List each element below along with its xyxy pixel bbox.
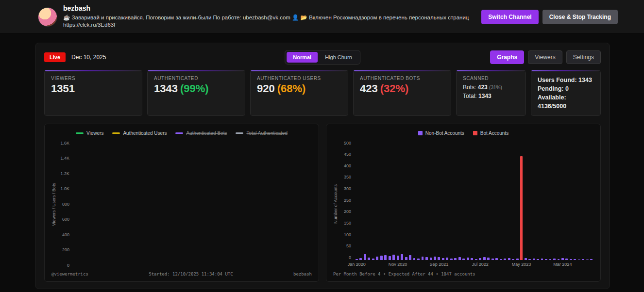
y-axis-tick-label: 600 [57,217,69,222]
y-axis-tick-label: 50 [339,243,351,248]
channel-link[interactable]: https://clck.ru/3Ed63F [63,21,475,29]
non-bot-accounts-bar [384,255,387,260]
bar-slot [388,141,391,260]
legend-item-authenticated-bots[interactable]: Authenticated Bots [175,130,227,136]
bar-slot [462,141,466,260]
tab-viewers[interactable]: Viewers [528,50,562,64]
stat-card-scanned: SCANNED Bots: 423 (31%) Total: 1343 [456,70,526,116]
legend-item-non-bot-accounts[interactable]: Non-Bot Accounts [418,130,464,136]
bar-slot [499,141,503,260]
stat-value: 423(32%) [360,83,444,95]
plot-wrap [73,141,312,268]
bar-slot [577,141,581,260]
y-axis-tick-label: 150 [339,221,351,226]
y-axis-tick-label: 1.4K [57,156,69,161]
plot-wrap: Jan 2020Nov 2020Sep 2021Jul 2022May 2023… [355,141,593,268]
users-found-value: 1343 [578,77,592,83]
x-axis-tick-label: Jan 2020 [348,262,366,267]
non-bot-accounts-bar [389,256,391,260]
y-axis-tick-label: 0 [57,263,69,268]
stat-card-viewers: VIEWERS 1351 [44,70,142,116]
footer-watermark: @viewermetrics [51,272,88,276]
bar-slot [441,141,445,260]
accounts-plot-area [355,141,593,260]
non-bot-accounts-bar [376,257,378,260]
legend-item-authenticated-users[interactable]: Authenticated Users [112,130,167,136]
bar-slot [544,141,548,260]
pending-value: 0 [565,85,569,92]
stat-number: 920 [257,82,275,95]
y-axis-tick-label: 100 [339,232,351,237]
view-tabs: Graphs Viewers Settings [490,50,601,64]
stat-card-authenticated-bots: AUTHENTICATED BOTS 423(32%) [353,70,451,116]
bar-series [355,141,593,260]
non-bot-accounts-bar [401,254,403,260]
y-axis-ticks: 500450400350300250200150100500 [339,141,355,268]
bar-slot [358,141,362,260]
stat-label: VIEWERS [51,76,136,81]
bar-slot [454,141,458,260]
bar-slot [581,141,585,260]
close-stop-tracking-button[interactable]: Close & Stop Tracking [542,10,618,24]
legend-item-total-authenticated[interactable]: Total Authenticated [236,130,288,136]
bar-slot [449,141,453,260]
viewers-chart-plot-row: Viewers / Users / Bots 1.6K1.4K1.2K1.0K8… [51,141,312,268]
bar-slot [585,141,589,260]
bar-slot [519,141,523,260]
channel-avatar [38,7,57,27]
bar-slot [355,141,358,260]
x-axis-tick-label: Sep 2021 [430,262,449,267]
switch-channel-button[interactable]: Switch Channel [481,10,538,24]
bar-slot [557,141,560,260]
bot-accounts-bar [520,156,523,260]
bar-slot [396,141,400,260]
mode-high-churn-button[interactable]: High Churn [319,52,358,63]
y-axis-tick-label: 200 [339,209,351,214]
bar-slot [569,141,573,260]
top-header-bar: bezbash ☕ Заваривай и присаживайся. Пого… [0,0,644,34]
legend-item-bot-accounts[interactable]: Bot Accounts [473,130,508,136]
stat-card-authenticated: AUTHENTICATED 1343(99%) [147,70,245,116]
legend-label: Authenticated Bots [186,130,227,136]
y-axis-tick-label: 0 [339,255,351,260]
bar-slot [437,141,441,260]
bar-slot [548,141,552,260]
stat-label: AUTHENTICATED BOTS [360,76,444,81]
y-axis-tick-label: 1.6K [57,141,69,146]
non-bot-accounts-bar [392,255,395,260]
scanned-total-line: Total: 1343 [463,92,519,100]
x-axis-tick-label: Nov 2020 [389,262,407,267]
channel-description: ☕ Заваривай и присаживайся. Поговорим за… [63,14,475,22]
non-bot-accounts-bar [409,255,411,260]
non-bot-accounts-bar [380,256,383,260]
dashboard-panel: Live Dec 10, 2025 Normal High Churn Grap… [35,43,610,289]
bar-slot [391,141,395,260]
bar-slot [491,141,494,260]
tab-settings[interactable]: Settings [566,50,601,64]
bar-slot [494,141,498,260]
non-bot-accounts-bar [422,257,424,260]
viewers-chart-footer: @viewermetrics Started: 12/10/2025 11:34… [51,268,312,276]
charts-row: ViewersAuthenticated UsersAuthenticated … [44,124,601,282]
legend-swatch [236,132,243,134]
y-axis-tick-label: 350 [339,175,351,179]
bar-slot [433,141,437,260]
tab-graphs[interactable]: Graphs [490,50,524,64]
bar-slot [511,141,515,260]
bar-slot [400,141,404,260]
legend-item-viewers[interactable]: Viewers [76,130,103,136]
y-axis-ticks: 1.6K1.4K1.2K1.0K8006004002000 [57,141,73,268]
y-axis-tick-label: 1.2K [57,171,69,176]
bar-slot [466,141,470,260]
y-axis-tick-label: 400 [339,163,351,168]
accounts-chart-plot-row: Number of Accounts 500450400350300250200… [333,141,593,268]
users-found-label: Users Found: [538,77,577,83]
accounts-chart-footer: Per Month Before 4 • Expected After 44 •… [333,268,593,276]
scanned-bots-percent: (31%) [489,85,502,90]
mode-normal-button[interactable]: Normal [287,52,318,63]
stat-number: 423 [360,82,378,95]
y-axis-tick-label: 450 [339,152,351,157]
y-axis-tick-label: 250 [339,198,351,203]
bar-slot [482,141,486,260]
bar-slot [478,141,482,260]
